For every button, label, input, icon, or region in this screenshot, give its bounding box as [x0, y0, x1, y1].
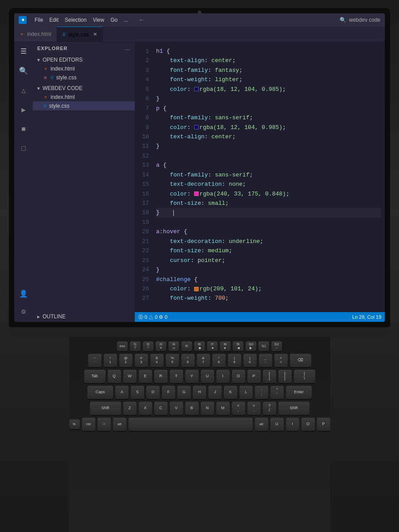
menu-more[interactable]: ... — [124, 17, 128, 23]
key-8[interactable]: *8 — [212, 354, 226, 367]
menu-selection[interactable]: Selection — [65, 17, 86, 23]
key-x[interactable]: X — [139, 402, 152, 415]
key-5[interactable]: %5 — [166, 354, 179, 367]
menu-edit[interactable]: Edit — [49, 17, 59, 23]
key-tab[interactable]: Tab — [84, 370, 106, 383]
activity-extensions[interactable]: ■ — [18, 124, 29, 135]
activity-git[interactable]: △ — [18, 85, 29, 96]
key-f10[interactable]: f10▶ — [246, 341, 256, 351]
titlebar-search[interactable]: 🔍 webdev code — [340, 17, 380, 23]
key-shift-right[interactable]: Shift — [278, 402, 309, 415]
key-period[interactable]: >. — [247, 402, 261, 415]
key-7[interactable]: &7 — [197, 354, 210, 367]
key-a[interactable]: A — [115, 386, 129, 399]
key-slash[interactable]: ?/ — [263, 402, 276, 415]
key-v[interactable]: V — [170, 402, 183, 415]
key-y[interactable]: Y — [185, 370, 199, 383]
key-r[interactable]: R — [154, 370, 168, 383]
key-w[interactable]: W — [123, 370, 137, 383]
key-alt-right[interactable]: alt — [255, 418, 268, 431]
menu-view[interactable]: View — [93, 17, 104, 23]
key-3[interactable]: #3 — [135, 354, 148, 367]
key-g[interactable]: G — [177, 386, 191, 399]
menu-file[interactable]: File — [35, 17, 43, 23]
key-caps[interactable]: Caps — [87, 386, 113, 399]
key-6[interactable]: ^6 — [181, 354, 195, 367]
key-s[interactable]: S — [131, 386, 144, 399]
key-f[interactable]: F — [162, 386, 175, 399]
key-f11[interactable]: f11 — [258, 341, 269, 351]
close-icon[interactable]: ✕ — [43, 75, 47, 80]
key-fn[interactable]: fn — [69, 419, 80, 429]
sidebar-project-index-html[interactable]: ⚬ index.html — [33, 93, 135, 102]
activity-explorer[interactable]: ☰ — [18, 46, 29, 57]
tab-style-css[interactable]: # style.css ✕ — [57, 27, 103, 42]
key-comma[interactable]: <, — [232, 402, 245, 415]
key-k[interactable]: K — [224, 386, 237, 399]
key-0[interactable]: )0 — [243, 354, 257, 367]
tab-index-html[interactable]: ⚬ index.html — [14, 27, 57, 42]
key-l[interactable]: L — [239, 386, 253, 399]
key-f5[interactable]: f5 — [181, 341, 192, 351]
key-tilde[interactable]: ~` — [88, 354, 102, 367]
key-i-letter[interactable]: I — [286, 418, 299, 431]
key-9[interactable]: (9 — [228, 354, 241, 367]
key-win[interactable]: ⚆ — [98, 418, 111, 431]
key-m[interactable]: M — [216, 402, 230, 415]
key-f2[interactable]: f2* — [143, 341, 153, 351]
key-f4[interactable]: f4▭ — [168, 341, 179, 351]
activity-remote[interactable]: □ — [18, 143, 29, 155]
code-lines[interactable]: h1 { text-align: center; font-family: fa… — [154, 42, 385, 312]
key-f12[interactable]: f12→ — [271, 341, 282, 351]
key-d[interactable]: D — [146, 386, 160, 399]
key-f1[interactable]: f1? — [130, 341, 141, 351]
activity-debug[interactable]: ▶ — [18, 104, 29, 116]
key-f6[interactable]: f6◆ — [194, 341, 205, 351]
key-u-letter[interactable]: U — [270, 418, 284, 431]
key-bracket-open[interactable]: {[ — [263, 370, 276, 383]
key-b[interactable]: B — [185, 402, 199, 415]
key-minus[interactable]: _- — [259, 354, 272, 367]
key-ctrl[interactable]: ctrl — [82, 418, 95, 431]
key-2[interactable]: @2 — [119, 354, 133, 367]
key-o-letter[interactable]: O — [301, 418, 315, 431]
key-p-letter[interactable]: P — [317, 418, 330, 431]
activity-settings[interactable]: ⚙ — [18, 306, 29, 317]
key-h[interactable]: H — [193, 386, 206, 399]
sidebar-item-index-html[interactable]: ⚬ index.html — [33, 64, 135, 73]
outline-header[interactable]: ► OUTLINE — [33, 312, 135, 321]
back-arrow[interactable]: ← — [140, 16, 143, 23]
key-q[interactable]: Q — [108, 370, 121, 383]
key-f7[interactable]: f7◄ — [207, 341, 218, 351]
key-t[interactable]: T — [170, 370, 183, 383]
key-f8[interactable]: f8► — [220, 341, 231, 351]
webdev-code-header[interactable]: ▼ WEBDEV CODE — [33, 84, 135, 93]
key-semicolon[interactable]: :; — [255, 386, 268, 399]
key-backslash[interactable]: |\ — [294, 370, 315, 383]
key-f9[interactable]: f9◀ — [233, 341, 243, 351]
key-enter[interactable]: Enter — [286, 386, 312, 399]
key-z[interactable]: Z — [123, 402, 137, 415]
editor-area[interactable]: 12345 678910 1112131415 1617181920 21222… — [135, 42, 385, 322]
key-space[interactable] — [129, 418, 253, 431]
key-bracket-close[interactable]: }] — [278, 370, 292, 383]
sidebar-project-style-css[interactable]: # style.css — [33, 102, 135, 110]
key-esc[interactable]: esc — [117, 341, 128, 351]
key-shift-left[interactable]: Shift — [90, 402, 121, 415]
key-o[interactable]: O — [232, 370, 245, 383]
tab-close-button[interactable]: ✕ — [93, 31, 97, 37]
key-c[interactable]: C — [154, 402, 168, 415]
key-u[interactable]: U — [201, 370, 214, 383]
key-1[interactable]: !1 — [104, 354, 117, 367]
key-alt[interactable]: alt — [113, 418, 126, 431]
key-backspace[interactable]: ⌫ — [290, 354, 311, 367]
activity-account[interactable]: 👤 — [18, 288, 29, 300]
sidebar-item-style-css[interactable]: ✕ # style.css — [33, 73, 135, 82]
open-editors-header[interactable]: ▼ OPEN EDITORS — [33, 55, 135, 64]
key-p[interactable]: P — [247, 370, 261, 383]
menu-go[interactable]: Go — [110, 17, 117, 23]
key-i[interactable]: I — [216, 370, 230, 383]
key-quote[interactable]: "' — [270, 386, 284, 399]
key-plus[interactable]: += — [274, 354, 288, 367]
sidebar-more-button[interactable]: ... — [125, 46, 130, 51]
